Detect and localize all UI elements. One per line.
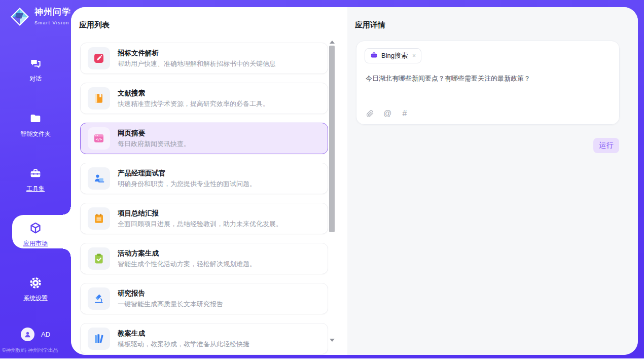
app-card-desc: 快速精准查找学术资源，提高研究效率的必备工具。 [118,99,269,108]
sidebar-item-1[interactable]: 智能文件夹 [0,112,71,138]
book-icon [88,87,110,110]
pill-curve-top [63,207,71,215]
sidebar-item-label: 系统设置 [0,294,71,303]
scrollbar[interactable] [329,38,335,345]
app-card-name: 项目总结汇报 [118,209,282,218]
app-card-desc: 每日政府新闻资讯快查。 [118,139,190,149]
app-card-name: 研究报告 [118,289,223,298]
user-row[interactable]: AD [0,328,71,341]
avatar[interactable] [21,328,34,341]
app-card-list: 招标文件解析 帮助用户快速、准确地理解和解析招标书中的关键信息 文献搜索 快速精… [80,43,328,355]
prompt-input-card[interactable]: Bing搜索 × 今日湖北有哪些新闻要点？有哪些需要关注的最新政策？ @# [356,41,620,125]
app-card[interactable]: 活动方案生成 智能生成个性化活动方案，轻松解决规划难题。 [80,243,328,274]
brand-name: 神州问学 [34,7,71,17]
app-card-name: 活动方案生成 [118,249,256,258]
app-card-desc: 一键智能生成高质量长文本研究报告 [118,300,223,309]
sidebar-item-0[interactable]: 对话 [0,57,71,83]
composer-icon-row: @# [366,109,409,118]
app-card[interactable]: 项目总结汇报 全面回顾项目进展，总结经验教训，助力未来优化发展。 [80,203,328,234]
app-card-name: 网页摘要 [118,129,190,138]
sidebar-item-4[interactable]: 系统设置 [0,276,71,303]
tag-close-icon[interactable]: × [412,52,416,59]
mention-icon[interactable]: @ [383,109,392,118]
app-card-desc: 智能生成个性化活动方案，轻松解决规划难题。 [118,260,256,269]
sidebar-item-label: 工具集 [0,185,71,193]
sidebar-item-label: 智能文件夹 [0,130,71,138]
query-text-input[interactable]: 今日湖北有哪些新闻要点？有哪些需要关注的最新政策？ [366,74,609,83]
sidebar-footer: ©神州数码·神州问学出品 [2,347,58,354]
app-card[interactable]: </> 网页摘要 每日政府新闻资讯快查。 [80,123,328,154]
app-card-desc: 全面回顾项目进展，总结经验教训，助力未来优化发展。 [118,220,282,229]
web-summary-icon: </> [88,127,110,150]
sidebar-item-label: 对话 [0,75,71,83]
hashtag-icon[interactable]: # [400,109,409,118]
app-card-name: 招标文件解析 [118,49,276,58]
sidebar-item-label: 应用市场 [0,239,71,248]
pill-curve-bottom [63,248,71,257]
run-button[interactable]: 运行 [593,138,619,153]
event-plan-icon [88,247,110,270]
app-card-desc: 帮助用户快速、准确地理解和解析招标书中的关键信息 [118,59,276,68]
app-card[interactable]: 招标文件解析 帮助用户快速、准确地理解和解析招标书中的关键信息 [80,43,328,74]
gear-icon [29,276,42,289]
app-card[interactable]: 教案生成 模板驱动，教案秒成，教学准备从此轻松快捷 [80,323,328,354]
scroll-up-icon[interactable] [330,41,335,44]
app-card-desc: 明确身份和职责，为您提供专业性的面试问题。 [118,179,256,189]
folder-icon [29,112,42,125]
app-list-panel: 应用列表 招标文件解析 帮助用户快速、准确地理解和解析招标书中的关键信息 文献搜… [71,7,347,355]
app-card-name: 产品经理面试官 [118,169,256,178]
gem-logo-icon [9,6,30,27]
user-initials: AD [41,331,50,338]
app-card-name: 文献搜索 [118,89,269,98]
app-card[interactable]: 研究报告 一键智能生成高质量长文本研究报告 [80,283,328,314]
toolbox-icon [29,167,42,180]
app-list-title: 应用列表 [79,20,110,30]
lesson-plan-icon [88,328,110,350]
app-card-desc: 模板驱动，教案秒成，教学准备从此轻松快捷 [118,340,249,349]
brand-subtitle: Smart Vision [34,20,69,25]
content-shell: 应用列表 招标文件解析 帮助用户快速、准确地理解和解析招标书中的关键信息 文献搜… [71,7,638,355]
app-card[interactable]: 文献搜索 快速精准查找学术资源，提高研究效率的必备工具。 [80,83,328,114]
app-detail-title: 应用详情 [355,20,385,30]
research-report-icon [88,287,110,310]
app-card-name: 教案生成 [118,329,249,338]
tool-tag-bing-search[interactable]: Bing搜索 × [365,48,421,63]
scroll-down-icon[interactable] [330,339,335,342]
sidebar: 神州问学 Smart Vision 对话 智能文件夹 工具集 应用市场 系统设置… [0,0,71,358]
sidebar-item-2[interactable]: 工具集 [0,167,71,193]
briefcase-icon [370,51,378,60]
cube-icon [29,222,42,235]
project-report-icon [88,207,110,230]
tender-doc-icon [88,47,110,69]
svg-text:</>: </> [96,137,102,141]
sidebar-item-3[interactable]: 应用市场 [0,222,71,248]
chat-icon [29,57,42,70]
app-detail-panel: 应用详情 Bing搜索 × 今日湖北有哪些新闻要点？有哪些需要关注的最新政策？ … [347,7,638,355]
scrollbar-thumb[interactable] [329,46,335,232]
brand-logo: 神州问学 Smart Vision [9,6,71,27]
interviewer-icon [88,167,110,190]
app-card[interactable]: 产品经理面试官 明确身份和职责，为您提供专业性的面试问题。 [80,163,328,194]
paperclip-icon[interactable] [366,109,375,118]
tool-tag-label: Bing搜索 [381,51,408,60]
